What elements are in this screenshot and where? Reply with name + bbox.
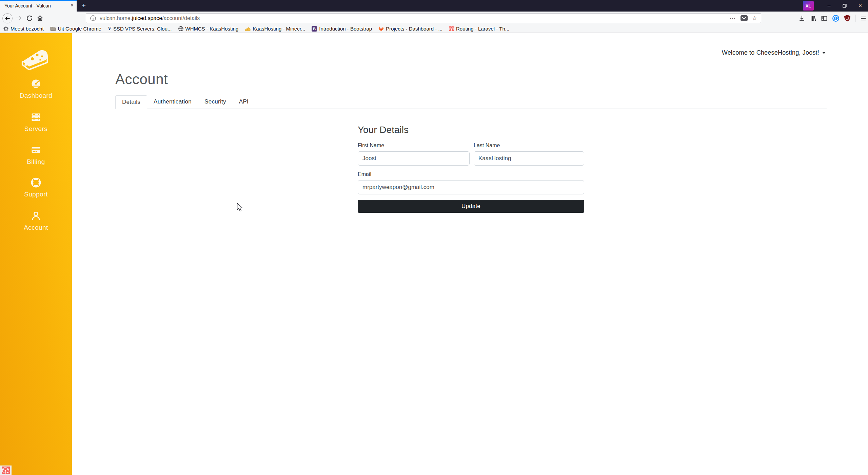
cheese-logo[interactable]	[21, 48, 51, 71]
name-row: First Name Last Name	[358, 142, 584, 166]
sidebar-item-servers[interactable]: Servers	[0, 112, 72, 133]
taskbar-extension-icon[interactable]: XL	[803, 1, 814, 11]
menu-hamburger-icon[interactable]	[860, 15, 867, 22]
back-button[interactable]	[2, 13, 13, 23]
last-name-input[interactable]	[474, 151, 584, 166]
url-text: vulcan.home.juiced.space/account/details	[100, 15, 200, 21]
bookmark-star-icon[interactable]: ☆	[752, 15, 757, 22]
url-domain: juiced.space	[132, 15, 162, 21]
reload-button[interactable]	[26, 15, 33, 21]
site-info-icon[interactable]	[90, 15, 96, 21]
browser-tab[interactable]: Your Account - Vulcan ×	[0, 0, 77, 12]
restore-icon	[843, 4, 847, 8]
last-name-group: Last Name	[474, 142, 584, 166]
downloads-icon[interactable]	[798, 15, 805, 22]
vultr-icon: V	[108, 26, 111, 32]
home-button[interactable]	[37, 15, 43, 21]
sidebar: Dashboard Servers B	[0, 33, 72, 475]
gitlab-icon	[378, 26, 384, 31]
person-icon	[31, 211, 41, 221]
last-name-label: Last Name	[474, 142, 584, 149]
first-name-label: First Name	[358, 142, 470, 149]
bookmark-whmcs[interactable]: WHMCS - KaasHosting	[178, 26, 239, 32]
server-stack-icon	[31, 112, 41, 122]
url-prefix: vulcan.home.	[100, 15, 132, 21]
email-group: Email	[358, 171, 584, 194]
details-form: Your Details First Name Last Name Email	[358, 125, 584, 213]
gear-icon	[3, 26, 8, 31]
library-icon[interactable]	[810, 15, 816, 22]
url-path: /account/details	[162, 15, 200, 21]
bookmark-kaashosting[interactable]: KaasHosting - Minecr...	[245, 26, 305, 32]
first-name-group: First Name	[358, 142, 470, 166]
credit-card-icon	[31, 145, 41, 155]
account-tabs: Details Authentication Security API	[115, 95, 827, 109]
sidebar-item-account[interactable]: Account	[0, 211, 72, 231]
laravel-debugbar-toggle[interactable]	[0, 466, 12, 475]
toolbar-separator	[855, 15, 855, 22]
forward-arrow-icon	[15, 15, 22, 21]
laravel-badge-icon	[2, 467, 10, 474]
browser-toolbar: vulcan.home.juiced.space/account/details…	[0, 12, 868, 25]
life-ring-icon	[31, 177, 41, 188]
pocket-icon[interactable]	[741, 15, 748, 21]
ublock-icon[interactable]	[844, 15, 851, 22]
sidebar-toggle-icon[interactable]	[821, 15, 828, 22]
globe-icon	[178, 26, 183, 31]
page-content: Account Details Authentication Security …	[115, 33, 827, 213]
reload-icon	[26, 15, 33, 21]
forward-button[interactable]	[15, 15, 22, 21]
window-restore-button[interactable]	[837, 0, 852, 12]
new-tab-button[interactable]: +	[79, 1, 88, 10]
bookmark-vultr[interactable]: V SSD VPS Servers, Clou...	[108, 26, 172, 32]
first-name-input[interactable]	[358, 151, 470, 166]
tab-close-icon[interactable]: ×	[71, 2, 74, 9]
sidebar-item-support[interactable]: Support	[0, 177, 72, 198]
tab-details[interactable]: Details	[115, 95, 147, 109]
speedometer-icon	[31, 79, 41, 89]
tab-title: Your Account - Vulcan	[4, 3, 51, 8]
back-arrow-icon	[5, 16, 10, 21]
onepassword-icon[interactable]	[832, 15, 840, 22]
tab-authentication[interactable]: Authentication	[147, 95, 198, 109]
email-input[interactable]	[358, 180, 584, 194]
home-icon	[37, 15, 43, 21]
cheese-icon	[245, 26, 251, 31]
screen: Your Account - Vulcan × + XL – ×	[0, 0, 868, 475]
toolbar-right-icons	[798, 12, 867, 25]
update-button[interactable]: Update	[358, 200, 584, 213]
email-label: Email	[358, 171, 584, 177]
active-tab-accent	[0, 0, 77, 1]
window-close-button[interactable]: ×	[852, 0, 868, 12]
page-actions-icon[interactable]: ⋯	[730, 15, 736, 22]
laravel-icon	[449, 26, 454, 31]
window-controls: – ×	[821, 0, 868, 12]
sidebar-item-dashboard[interactable]: Dashboard	[0, 79, 72, 99]
app-viewport: Dashboard Servers B	[0, 33, 868, 475]
mouse-cursor	[236, 203, 243, 212]
window-minimize-button[interactable]: –	[821, 0, 837, 12]
folder-icon	[50, 26, 56, 31]
bookmark-from-chrome[interactable]: Uit Google Chrome	[50, 26, 101, 32]
bookmark-laravel[interactable]: Routing - Laravel - Th...	[449, 26, 509, 32]
bookmark-gitlab[interactable]: Projects · Dashboard · ...	[378, 26, 442, 32]
bookmark-most-visited[interactable]: Meest bezocht	[3, 26, 44, 32]
bookmarks-bar: Meest bezocht Uit Google Chrome V SSD VP…	[0, 25, 868, 33]
url-bar[interactable]: vulcan.home.juiced.space/account/details…	[86, 13, 761, 23]
bootstrap-icon: B	[312, 26, 317, 32]
sidebar-item-billing[interactable]: Billing	[0, 145, 72, 166]
form-heading: Your Details	[358, 125, 584, 135]
page-title: Account	[115, 71, 827, 88]
tab-api[interactable]: API	[233, 95, 255, 109]
main-panel: Welcome to CheeseHosting, Joost! Account…	[72, 33, 868, 475]
bookmark-bootstrap[interactable]: B Introduction · Bootstrap	[312, 26, 372, 32]
tab-security[interactable]: Security	[198, 95, 233, 109]
browser-titlebar: Your Account - Vulcan × + XL – ×	[0, 0, 868, 12]
